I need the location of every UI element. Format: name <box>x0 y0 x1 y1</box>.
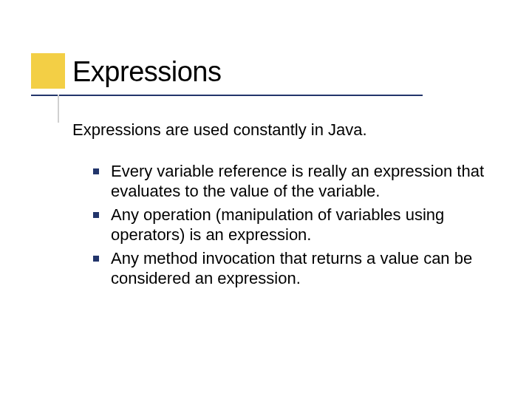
bullet-text: Every variable reference is really an ex… <box>111 162 484 201</box>
slide-body: Expressions are used constantly in Java.… <box>72 120 486 292</box>
slide-title: Expressions <box>72 56 221 92</box>
title-accent-square <box>31 53 65 89</box>
intro-text: Expressions are used constantly in Java. <box>72 120 486 140</box>
list-item: Any method invocation that returns a val… <box>93 248 486 289</box>
bullet-list: Every variable reference is really an ex… <box>93 161 486 289</box>
list-item: Every variable reference is really an ex… <box>93 161 486 202</box>
title-underline <box>31 95 423 96</box>
bullet-text: Any method invocation that returns a val… <box>111 249 472 288</box>
slide: Expressions Expressions are used constan… <box>0 0 532 399</box>
list-item: Any operation (manipulation of variables… <box>93 205 486 245</box>
title-vertical-accent <box>58 95 59 123</box>
bullet-text: Any operation (manipulation of variables… <box>111 205 444 245</box>
title-area: Expressions <box>72 56 221 92</box>
